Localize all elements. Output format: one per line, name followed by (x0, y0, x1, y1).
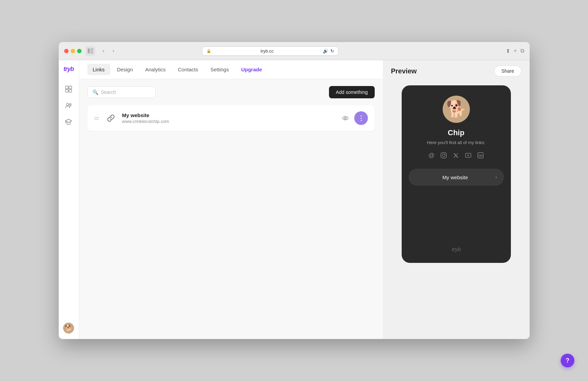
svg-point-14 (445, 154, 445, 154)
traffic-lights (64, 49, 82, 53)
audio-icon: 🔊 (323, 48, 328, 54)
link-info: My website www.crinklecutchip.com (122, 112, 334, 124)
phone-social-icons: @ (428, 152, 484, 160)
content-toolbar: 🔍 Search Add something (87, 86, 375, 98)
tab-design[interactable]: Design (112, 64, 139, 75)
link-url: www.crinklecutchip.com (122, 119, 334, 124)
link-title: My website (122, 112, 334, 118)
svg-point-10 (343, 116, 348, 120)
svg-rect-0 (88, 48, 90, 53)
link-actions: ⋮ (339, 111, 368, 125)
minimize-button[interactable] (71, 49, 75, 53)
sidebar-item-blocks[interactable] (62, 82, 75, 96)
svg-rect-1 (90, 48, 93, 50)
preview-phone-wrap: 🐕 Chip Here you'll find all of my links:… (383, 82, 530, 339)
preview-header: Preview Share (383, 60, 530, 82)
drag-line-1 (94, 117, 99, 118)
tabs-overview-button[interactable]: ⧉ (520, 48, 524, 54)
svg-point-8 (67, 103, 69, 106)
more-options-button[interactable]: ⋮ (354, 111, 368, 125)
svg-rect-6 (66, 89, 68, 92)
svg-point-13 (442, 154, 445, 157)
link-icon (104, 112, 117, 124)
search-placeholder: Search (101, 89, 116, 95)
preview-title: Preview (391, 67, 417, 75)
close-button[interactable] (64, 49, 69, 53)
forward-button[interactable]: › (111, 47, 116, 55)
browser-chrome: ‹ › 🔒 tryb.cc 🔊 ↻ ⬆ + ⧉ (59, 42, 530, 60)
sidebar-item-contacts[interactable] (62, 99, 75, 112)
avatar: 🐕 (443, 96, 470, 123)
content-area: 🔍 Search Add something (79, 79, 383, 339)
sidebar-toggle-button[interactable] (86, 46, 95, 56)
app-container: tryb (59, 60, 530, 339)
tab-analytics[interactable]: Analytics (140, 64, 171, 75)
share-browser-button[interactable]: ⬆ (506, 48, 510, 54)
preview-phone: 🐕 Chip Here you'll find all of my links:… (402, 85, 511, 263)
phone-bio: Here you'll find all of my links: (427, 140, 485, 145)
link-card: My website www.crinklecutchip.com ⋮ (87, 105, 375, 131)
sidebar-bottom: 🐕 (63, 323, 74, 334)
refresh-icon[interactable]: ↻ (330, 48, 334, 54)
add-something-button[interactable]: Add something (329, 86, 374, 98)
tab-settings[interactable]: Settings (205, 64, 234, 75)
phone-link-arrow: › (495, 174, 497, 180)
phone-watermark: tryb (451, 236, 460, 253)
svg-point-9 (70, 104, 71, 105)
phone-link-button[interactable]: My website › (408, 169, 504, 186)
linkedin-social-icon[interactable] (477, 152, 484, 160)
svg-rect-4 (66, 86, 68, 89)
svg-rect-12 (441, 153, 446, 158)
share-button[interactable]: Share (494, 66, 521, 76)
nav-tabs: Links Design Analytics Contacts Settings… (87, 64, 268, 75)
svg-rect-2 (90, 51, 93, 52)
youtube-social-icon[interactable] (465, 152, 472, 160)
app-logo[interactable]: tryb (63, 66, 74, 73)
drag-line-2 (94, 119, 99, 119)
browser-actions: ⬆ + ⧉ (506, 48, 524, 54)
preview-panel: Preview Share 🐕 Chip Here you'll find al… (383, 60, 530, 339)
sidebar-item-learn[interactable] (62, 115, 75, 129)
tab-links[interactable]: Links (87, 64, 110, 75)
drag-handle[interactable] (94, 117, 99, 119)
svg-rect-5 (69, 86, 72, 89)
email-social-icon[interactable]: @ (428, 152, 434, 160)
search-box[interactable]: 🔍 Search (87, 86, 156, 98)
phone-username: Chip (448, 128, 464, 137)
twitter-social-icon[interactable] (453, 152, 459, 160)
help-button[interactable]: ? (561, 354, 574, 367)
svg-rect-3 (90, 52, 93, 53)
top-nav: Links Design Analytics Contacts Settings… (79, 60, 383, 79)
phone-link-label: My website (415, 174, 496, 180)
visibility-toggle-button[interactable] (339, 112, 352, 124)
user-avatar[interactable]: 🐕 (63, 323, 74, 334)
maximize-button[interactable] (77, 49, 82, 53)
lock-icon: 🔒 (206, 49, 211, 53)
search-icon: 🔍 (92, 89, 98, 95)
address-bar[interactable]: 🔒 tryb.cc 🔊 ↻ (202, 46, 339, 56)
tab-upgrade[interactable]: Upgrade (236, 64, 268, 75)
sidebar-icons: tryb (59, 60, 79, 339)
svg-rect-7 (69, 89, 72, 92)
main-content: Links Design Analytics Contacts Settings… (79, 60, 383, 339)
new-tab-button[interactable]: + (514, 48, 517, 54)
back-button[interactable]: ‹ (101, 47, 106, 55)
svg-point-11 (344, 117, 346, 119)
url-text: tryb.cc (213, 48, 321, 54)
instagram-social-icon[interactable] (440, 152, 447, 160)
tab-contacts[interactable]: Contacts (172, 64, 203, 75)
